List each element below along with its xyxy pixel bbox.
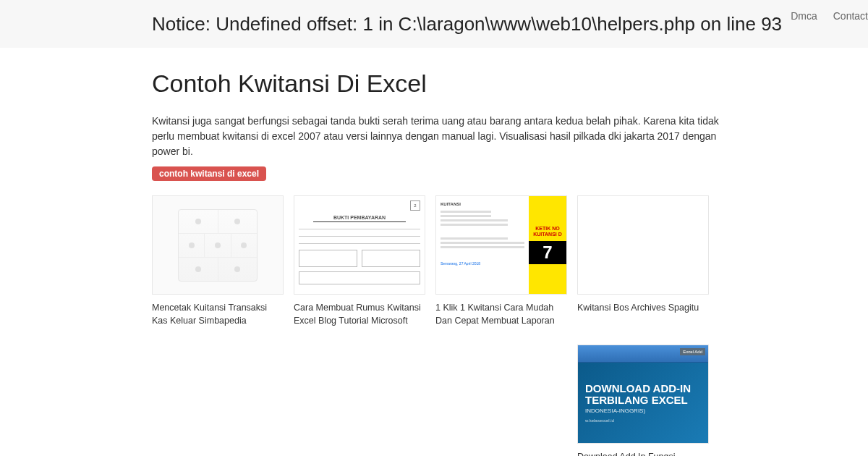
php-notice: Notice: Undefined offset: 1 in C:\larago…: [152, 13, 782, 35]
result-card[interactable]: KUITANSI Semarang, 27 April 2018 KETIK N…: [435, 195, 567, 327]
page-title: Contoh Kwitansi Di Excel: [152, 69, 723, 98]
thumbnail-image: 2 BUKTI PEMBAYARAN: [294, 195, 425, 295]
result-caption: 1 Klik 1 Kwitansi Cara Mudah Dan Cepat M…: [435, 302, 567, 327]
thumbnail-image: Excel Add DOWNLOAD ADD-IN TERBILANG EXCE…: [577, 345, 709, 444]
thumbnail-image: [577, 195, 709, 295]
result-caption: Cara Membuat Rumus Kwitansi Excel Blog T…: [294, 302, 425, 327]
nav-contact[interactable]: Contact: [833, 10, 868, 22]
intro-text: Kwitansi juga sangat berfungsi sebagai t…: [152, 114, 723, 159]
top-nav: Dmca Contact: [791, 10, 868, 22]
result-caption: Download Add In Fungsi Terbilang Excel I…: [577, 451, 709, 456]
result-card[interactable]: Mencetak Kuitansi Transaksi Kas Keluar S…: [152, 195, 284, 327]
thumbnail-image: KUITANSI Semarang, 27 April 2018 KETIK N…: [435, 195, 567, 295]
result-card[interactable]: Kwitansi Bos Archives Spagitu: [577, 195, 709, 327]
result-caption: Mencetak Kuitansi Transaksi Kas Keluar S…: [152, 302, 284, 327]
topbar: Notice: Undefined offset: 1 in C:\larago…: [0, 0, 868, 48]
keyword-tag[interactable]: contoh kwitansi di excel: [152, 166, 266, 181]
result-caption: Kwitansi Bos Archives Spagitu: [577, 302, 709, 315]
result-card[interactable]: 2 BUKTI PEMBAYARAN Cara Membuat Rumus Kw…: [294, 195, 425, 327]
nav-dmca[interactable]: Dmca: [791, 10, 817, 22]
results-grid: Mencetak Kuitansi Transaksi Kas Keluar S…: [152, 195, 723, 456]
result-card[interactable]: Excel Add DOWNLOAD ADD-IN TERBILANG EXCE…: [577, 345, 709, 456]
thumbnail-image: [152, 195, 284, 295]
main-container: Contoh Kwitansi Di Excel Kwitansi juga s…: [152, 48, 723, 456]
